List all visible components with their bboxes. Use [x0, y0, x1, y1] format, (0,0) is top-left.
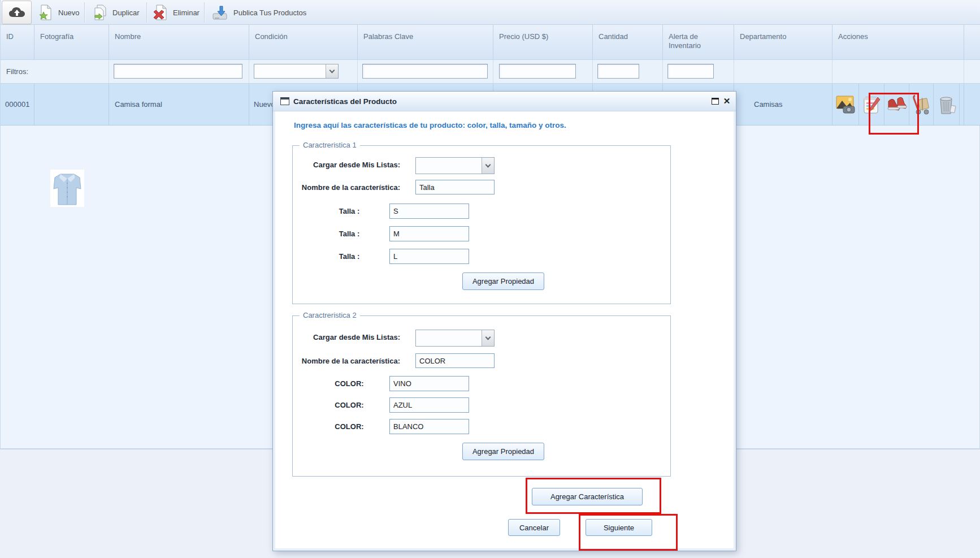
maximize-icon[interactable]: [712, 98, 719, 105]
value-input[interactable]: [389, 397, 469, 413]
add-characteristic-button[interactable]: Agregar Característica: [532, 488, 643, 505]
fieldset-caracteristica-1: Caractreristica 1 Cargar desde Mis Lista…: [292, 145, 671, 304]
column-header-nombre: Nombre: [109, 25, 249, 59]
shirt-image: [50, 170, 84, 207]
filter-row: Filtros:: [1, 60, 980, 84]
shipping-handtruck-icon: [912, 94, 931, 115]
upload-button[interactable]: [2, 1, 32, 24]
toolbar-separator: [146, 2, 147, 23]
filter-select-condicion[interactable]: [254, 64, 339, 79]
value-row-label: COLOR:: [315, 419, 383, 434]
action-characteristics-button[interactable]: [884, 84, 909, 126]
photos-icon: [835, 95, 856, 114]
modal-title-bar[interactable]: Características del Producto ✕: [273, 92, 736, 111]
toolbar-label: Duplicar: [112, 8, 140, 17]
characteristic-name-label: Nombre de la característica:: [298, 180, 400, 196]
toolbar-button-eliminar[interactable]: Eliminar: [152, 0, 200, 25]
window-icon: [280, 97, 289, 105]
toolbar-separator: [84, 2, 85, 23]
value-input[interactable]: [389, 376, 469, 391]
toolbar-label: Nuevo: [58, 8, 80, 17]
filter-cell-departamento: [734, 60, 832, 83]
column-header-alerta-inventario: Alerta de Inventario: [663, 25, 734, 59]
delete-document-icon: [152, 4, 168, 21]
value-input[interactable]: [389, 204, 469, 219]
characteristics-shoes-icon: [886, 96, 908, 114]
duplicate-document-icon: [93, 4, 107, 21]
toolbar-button-publica[interactable]: Publica Tus Productos: [211, 0, 306, 25]
cancel-button[interactable]: Cancelar: [508, 519, 560, 536]
filter-input-cantidad[interactable]: [597, 64, 639, 79]
filter-input-alerta[interactable]: [667, 64, 714, 79]
toolbar-label: Publica Tus Productos: [233, 8, 306, 17]
product-photo[interactable]: [50, 170, 84, 207]
chevron-down-icon: [326, 64, 338, 78]
filter-cell-acciones: [832, 60, 964, 83]
value-input[interactable]: [389, 249, 469, 264]
load-from-lists-select[interactable]: [415, 157, 495, 174]
value-input[interactable]: [389, 419, 469, 434]
table-header-row: ID Fotografía Nombre Condición Palabras …: [1, 25, 980, 60]
value-input[interactable]: [389, 226, 469, 241]
action-shipping-button[interactable]: [909, 84, 934, 126]
product-manager-page: Nuevo Duplicar: [0, 0, 980, 558]
modal-title: Características del Producto: [293, 92, 397, 111]
column-header-filler: [964, 25, 980, 59]
column-header-precio: Precio (USD $): [493, 25, 593, 59]
next-button[interactable]: Siguiente: [586, 519, 652, 536]
column-header-id: ID: [1, 25, 34, 59]
value-row-label: Talla :: [315, 204, 383, 219]
characteristic-name-label: Nombre de la característica:: [298, 353, 400, 369]
toolbar-label: Eliminar: [173, 8, 200, 17]
add-property-button[interactable]: Agregar Propiedad: [462, 443, 544, 460]
filter-input-palabras-clave[interactable]: [362, 64, 488, 79]
trash-icon: [937, 94, 956, 115]
cloud-upload-icon: [8, 6, 26, 19]
value-row-label: Talla :: [315, 226, 383, 241]
column-header-departamento: Departamento: [734, 25, 832, 59]
toolbar-button-duplicar[interactable]: Duplicar: [93, 0, 140, 25]
action-edit-button[interactable]: [859, 84, 884, 126]
publish-products-icon: [211, 4, 228, 21]
edit-notepad-icon: [862, 95, 881, 114]
fieldset-caracteristica-2: Caractreristica 2 Cargar desde Mis Lista…: [292, 315, 671, 477]
value-row-label: COLOR:: [315, 397, 383, 413]
characteristic-name-input[interactable]: [415, 353, 495, 368]
filter-input-precio[interactable]: [499, 64, 576, 79]
modal-subtitle: Ingresa aquí las características de tu p…: [294, 121, 566, 129]
column-header-fotografia: Fotografía: [34, 25, 109, 59]
toolbar-separator: [204, 2, 205, 23]
filters-label: Filtros:: [1, 60, 109, 83]
row-nombre-value: Camisa formal: [115, 84, 162, 126]
main-toolbar: Nuevo Duplicar: [1, 0, 980, 25]
caracteristicas-modal: Características del Producto ✕ Ingresa a…: [272, 91, 736, 551]
row-condicion-value: Nuevo: [254, 84, 275, 126]
fieldset-legend: Caractreristica 1: [300, 141, 360, 149]
chevron-down-icon: [482, 330, 494, 346]
filter-input-nombre[interactable]: [114, 64, 242, 79]
action-delete-button[interactable]: [934, 84, 960, 126]
value-row-label: Talla :: [315, 249, 383, 264]
new-document-star-icon: [38, 4, 53, 21]
column-header-condicion: Condición: [249, 25, 358, 59]
row-id-value: 000001: [5, 84, 29, 126]
column-header-cantidad: Cantidad: [593, 25, 663, 59]
close-icon[interactable]: ✕: [722, 96, 731, 106]
column-header-palabras-clave: Palabras Clave: [358, 25, 493, 59]
load-from-lists-label: Cargar desde Mis Listas:: [298, 157, 400, 173]
value-row-label: COLOR:: [315, 376, 383, 391]
characteristic-name-input[interactable]: [415, 180, 495, 194]
toolbar-button-nuevo[interactable]: Nuevo: [38, 0, 80, 25]
action-photos-button[interactable]: [832, 84, 859, 126]
load-from-lists-select[interactable]: [415, 330, 495, 347]
row-departamento-value: Camisas: [754, 84, 783, 126]
chevron-down-icon: [482, 158, 494, 174]
column-header-acciones: Acciones: [832, 25, 964, 59]
load-from-lists-label: Cargar desde Mis Listas:: [298, 330, 400, 345]
fieldset-legend: Caractreristica 2: [300, 311, 360, 319]
add-property-button[interactable]: Agregar Propiedad: [462, 272, 544, 290]
